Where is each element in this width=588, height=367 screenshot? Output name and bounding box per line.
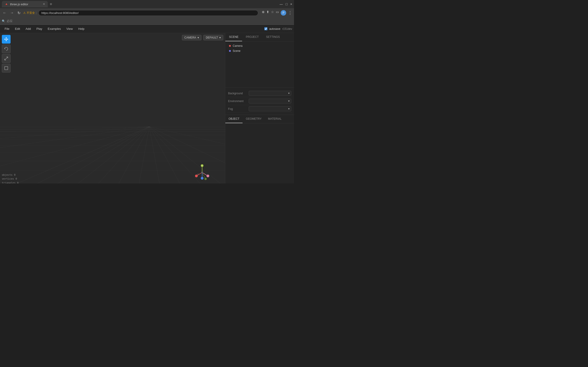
tab-settings[interactable]: SETTINGS — [262, 33, 284, 41]
svg-line-6 — [5, 57, 8, 60]
reload-button[interactable]: ↻ — [17, 10, 21, 16]
browser-tab[interactable]: 🔺 three.js editor × — [2, 1, 48, 7]
address-bar[interactable]: https://localhost:8080/editor/ — [38, 10, 258, 16]
viewport-area[interactable]: CAMERA ▾ DEFAULT ▾ — [0, 33, 225, 184]
svg-text:Y: Y — [201, 165, 203, 167]
view-chevron-icon: ▾ — [219, 36, 221, 39]
browser-title-bar: 🔺 three.js editor × + — □ × — [0, 0, 294, 8]
camera-label: CAMERA — [184, 36, 196, 39]
translate-tool-button[interactable] — [2, 35, 10, 44]
svg-point-51 — [201, 172, 203, 173]
menu-view[interactable]: View — [64, 26, 76, 31]
back-button[interactable]: ← — [2, 10, 7, 16]
right-panel: SCENE PROJECT SETTINGS Camera Scene Back… — [225, 33, 294, 184]
svg-point-48 — [207, 175, 209, 177]
camera-chevron-icon: ▾ — [198, 36, 199, 39]
background-row: Background ▾ — [227, 90, 292, 97]
tab-favicon: 🔺 — [5, 2, 8, 6]
stats-overlay: objects 0 vertices 0 triangles 0 frameti… — [2, 173, 28, 184]
scene-item-scene[interactable]: Scene — [227, 48, 292, 53]
tab-title: three.js editor — [10, 2, 41, 6]
fog-label: Fog — [228, 107, 249, 110]
bookmark-icon[interactable]: ☆ — [271, 10, 274, 16]
new-tab-button[interactable]: + — [48, 2, 54, 7]
svg-rect-11 — [5, 67, 8, 70]
security-text: 不安全 — [27, 11, 35, 15]
svg-marker-4 — [4, 39, 5, 40]
background-select[interactable]: ▾ — [249, 91, 291, 96]
svg-line-35 — [149, 127, 225, 148]
tab-scene[interactable]: SCENE — [225, 33, 242, 41]
objects-stat: objects 0 — [2, 173, 28, 177]
environment-row: Environment ▾ — [227, 97, 292, 105]
background-label: Background — [228, 92, 249, 95]
svg-marker-3 — [6, 40, 7, 41]
tab-project[interactable]: PROJECT — [242, 33, 262, 41]
environment-select[interactable]: ▾ — [249, 99, 291, 103]
autosave-area: autosave r151dev — [264, 27, 292, 31]
version-label: r151dev — [282, 27, 292, 31]
camera-dot — [229, 45, 231, 47]
menu-file[interactable]: File — [2, 26, 12, 31]
autosave-checkbox[interactable] — [264, 27, 267, 30]
viewport-grid — [0, 33, 225, 184]
environment-chevron-icon: ▾ — [288, 100, 290, 102]
minimize-button[interactable]: — — [279, 2, 283, 6]
triangles-stat: triangles 0 — [2, 181, 28, 184]
tab-geometry[interactable]: GEOMETRY — [242, 115, 265, 123]
menu-help[interactable]: Help — [76, 26, 87, 31]
select-tool-button[interactable] — [2, 64, 10, 73]
menu-play[interactable]: Play — [34, 26, 45, 31]
translate-icon[interactable]: ⊕ — [262, 10, 265, 16]
menu-edit[interactable]: Edit — [12, 26, 23, 31]
window-controls: — □ × — [279, 2, 292, 6]
camera-dropdown[interactable]: CAMERA ▾ — [182, 35, 201, 40]
url-text: https://localhost:8080/editor/ — [41, 11, 79, 15]
autosave-label: autosave — [269, 27, 280, 31]
search-bar[interactable]: 🔍 必应 — [0, 17, 294, 25]
svg-marker-5 — [7, 39, 8, 40]
maximize-button[interactable]: □ — [285, 2, 287, 6]
security-badge: ⚠ 不安全 | — [23, 11, 36, 15]
close-window-button[interactable]: × — [290, 2, 292, 6]
svg-text:Z: Z — [198, 173, 199, 175]
view-label: DEFAULT — [206, 36, 218, 39]
object-properties — [225, 123, 294, 184]
svg-line-39 — [0, 127, 149, 132]
viewport-controls: CAMERA ▾ DEFAULT ▾ — [182, 35, 223, 40]
axes-gizmo: Y Z — [193, 163, 211, 182]
app-menu-bar: File Edit Add Play Examples View Help au… — [0, 25, 294, 33]
tool-sidebar — [0, 33, 13, 74]
menu-examples[interactable]: Examples — [45, 26, 64, 31]
environment-label: Environment — [228, 100, 249, 103]
scene-tree: Camera Scene — [225, 42, 294, 87]
background-chevron-icon: ▾ — [288, 92, 290, 95]
svg-marker-2 — [6, 37, 7, 38]
search-icon: 🔍 — [2, 19, 5, 23]
menu-add[interactable]: Add — [23, 26, 34, 31]
share-icon[interactable]: ⬆ — [267, 10, 269, 16]
fog-select[interactable]: ▾ — [249, 106, 291, 111]
fog-row: Fog ▾ — [227, 105, 292, 113]
scale-tool-button[interactable] — [2, 54, 10, 63]
forward-button[interactable]: → — [9, 10, 15, 16]
rotate-tool-button[interactable] — [2, 44, 10, 53]
tab-close-button[interactable]: × — [43, 2, 45, 6]
fog-chevron-icon: ▾ — [288, 107, 290, 110]
tab-material[interactable]: MATERIAL — [265, 115, 285, 123]
search-hint: 必应 — [7, 19, 13, 23]
scene-properties: Background ▾ Environment ▾ Fog ▾ — [225, 87, 294, 115]
view-dropdown[interactable]: DEFAULT ▾ — [203, 35, 223, 40]
sidebar-icon[interactable]: ▭ — [276, 10, 279, 16]
camera-label: Camera — [233, 44, 242, 48]
browser-menu-button[interactable]: ⋮ — [288, 10, 292, 16]
browser-nav-bar: ← → ↻ ⚠ 不安全 | https://localhost:8080/edi… — [0, 8, 294, 17]
scene-item-camera[interactable]: Camera — [227, 43, 292, 48]
svg-point-44 — [201, 177, 204, 180]
scene-tabs: SCENE PROJECT SETTINGS — [225, 33, 294, 42]
svg-line-34 — [149, 127, 225, 171]
object-tabs: OBJECT GEOMETRY MATERIAL — [225, 115, 294, 123]
profile-avatar[interactable]: P — [281, 10, 286, 16]
nav-icons: ⊕ ⬆ ☆ ▭ P ⋮ — [262, 10, 292, 16]
tab-object[interactable]: OBJECT — [225, 115, 242, 123]
